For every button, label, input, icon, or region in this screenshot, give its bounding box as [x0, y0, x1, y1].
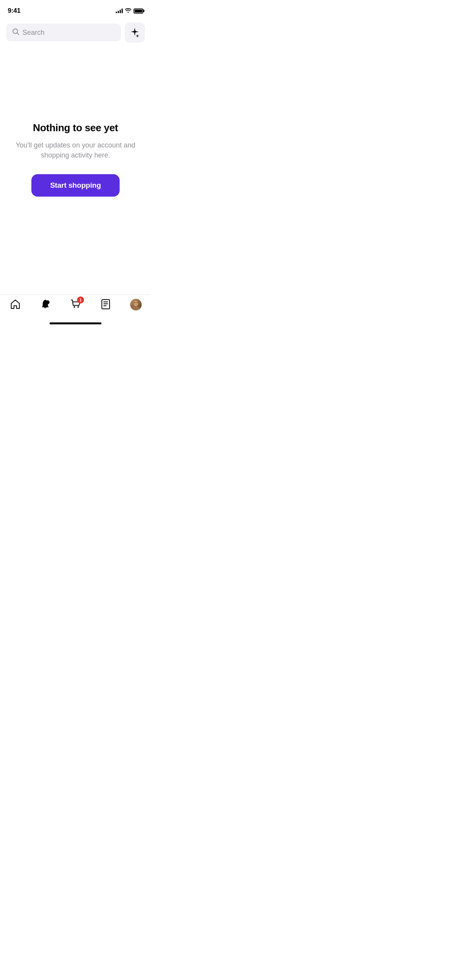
cart-badge: 1 [77, 296, 84, 303]
home-indicator [50, 322, 101, 324]
sparkle-icon [130, 27, 140, 38]
status-bar: 9:41 [0, 0, 151, 19]
svg-point-7 [134, 302, 136, 303]
home-icon [10, 299, 21, 310]
orders-icon [100, 299, 111, 310]
search-area: Search [0, 19, 151, 47]
search-bar[interactable]: Search [6, 24, 121, 41]
avatar-icon [130, 299, 142, 310]
nav-item-home[interactable] [3, 299, 27, 310]
start-shopping-button[interactable]: Start shopping [31, 174, 119, 197]
ai-search-button[interactable] [125, 22, 145, 43]
svg-point-1 [46, 300, 50, 304]
wifi-icon [125, 7, 131, 14]
svg-point-2 [74, 306, 75, 308]
empty-state: Nothing to see yet You'll get updates on… [0, 47, 151, 295]
battery-icon [134, 9, 143, 14]
status-time: 9:41 [8, 7, 21, 15]
nav-item-orders[interactable] [94, 299, 117, 310]
nav-item-profile[interactable] [124, 299, 148, 310]
svg-point-6 [132, 306, 140, 310]
search-icon [12, 28, 19, 37]
svg-point-3 [77, 306, 79, 308]
status-icons [116, 7, 143, 14]
svg-point-8 [136, 302, 138, 303]
empty-state-title: Nothing to see yet [33, 122, 118, 134]
bell-icon [40, 299, 51, 310]
empty-state-subtitle: You'll get updates on your account and s… [15, 140, 136, 160]
nav-item-cart[interactable]: 1 [64, 299, 87, 310]
bottom-navigation: 1 [0, 295, 151, 327]
search-input-placeholder: Search [22, 29, 45, 37]
nav-item-notifications[interactable] [34, 299, 57, 310]
signal-icon [116, 9, 123, 13]
